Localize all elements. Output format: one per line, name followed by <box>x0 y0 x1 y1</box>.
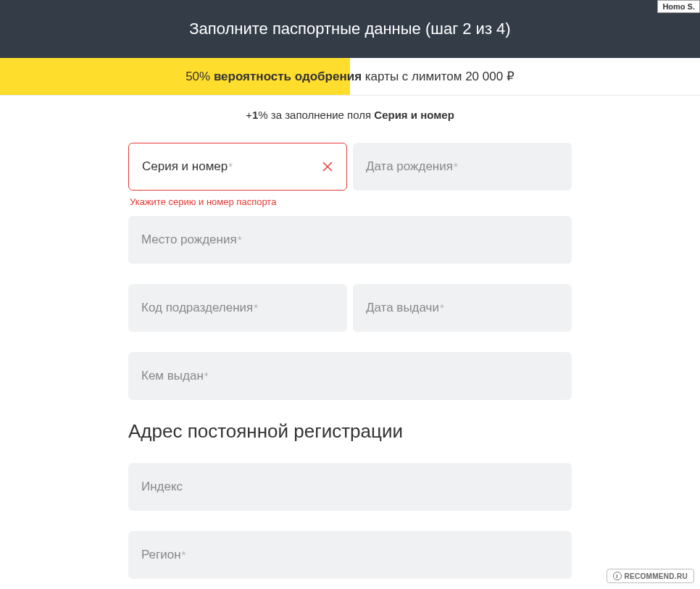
index-label: Индекс <box>141 480 183 494</box>
bonus-field-name: Серия и номер <box>374 109 454 121</box>
issued-by-input[interactable]: Кем выдан* <box>128 352 572 400</box>
field-region: Регион* <box>128 531 572 579</box>
watermark-initial: I <box>613 572 622 580</box>
field-series-number: Серия и номер* Укажите серию и номер пас… <box>128 143 347 207</box>
region-input[interactable]: Регион* <box>128 531 572 579</box>
form-row-region: Регион* <box>128 531 572 579</box>
issue-date-input[interactable]: Дата выдачи* <box>353 284 572 332</box>
approval-banner: 50% вероятность одобрения карты с лимито… <box>0 58 700 96</box>
approval-banner-content: 50% вероятность одобрения карты с лимито… <box>186 69 514 84</box>
form-container: Серия и номер* Укажите серию и номер пас… <box>128 134 572 579</box>
approval-bold-text: вероятность одобрения <box>214 70 362 83</box>
page-header: Заполните паспортные данные (шаг 2 из 4) <box>0 0 700 58</box>
bonus-plus: + <box>246 109 252 121</box>
page-title: Заполните паспортные данные (шаг 2 из 4) <box>189 20 510 38</box>
field-dept-code: Код подразделения* <box>128 284 347 332</box>
user-badge: Homo S. <box>657 0 700 13</box>
watermark-badge: I RECOMMEND.RU <box>607 569 695 583</box>
birth-place-input[interactable]: Место рождения* <box>128 216 572 264</box>
series-number-input[interactable]: Серия и номер* <box>128 143 347 191</box>
field-issued-by: Кем выдан* <box>128 352 572 400</box>
birth-date-input[interactable]: Дата рождения* <box>353 143 572 191</box>
field-index: Индекс <box>128 463 572 511</box>
field-birth-place: Место рождения* <box>128 216 572 264</box>
birth-date-label: Дата рождения* <box>366 159 458 174</box>
clear-icon[interactable] <box>322 161 333 172</box>
dept-code-input[interactable]: Код подразделения* <box>128 284 347 332</box>
bonus-line: +1% за заполнение поля Серия и номер <box>0 96 700 134</box>
birth-place-label: Место рождения* <box>141 233 241 247</box>
form-row-birthplace: Место рождения* <box>128 216 572 264</box>
watermark-text: RECOMMEND.RU <box>625 572 688 580</box>
approval-percent: 50% <box>186 70 210 83</box>
form-row-passport: Серия и номер* Укажите серию и номер пас… <box>128 143 572 207</box>
form-row-index: Индекс <box>128 463 572 511</box>
approval-suffix: карты с лимитом 20 000 ₽ <box>365 70 514 83</box>
form-row-issued-by: Кем выдан* <box>128 352 572 400</box>
address-section-title: Адрес постоянной регистрации <box>128 420 572 443</box>
form-row-dept: Код подразделения* Дата выдачи* <box>128 284 572 332</box>
bonus-percent-text: % за заполнение поля <box>258 109 374 121</box>
series-number-error: Укажите серию и номер паспорта <box>128 196 347 207</box>
issue-date-label: Дата выдачи* <box>366 301 444 315</box>
index-input[interactable]: Индекс <box>128 463 572 511</box>
series-number-label: Серия и номер* <box>142 159 233 174</box>
region-label: Регион* <box>141 548 186 562</box>
field-birth-date: Дата рождения* <box>353 143 572 207</box>
issued-by-label: Кем выдан* <box>141 369 209 383</box>
field-issue-date: Дата выдачи* <box>353 284 572 332</box>
dept-code-label: Код подразделения* <box>141 301 258 315</box>
